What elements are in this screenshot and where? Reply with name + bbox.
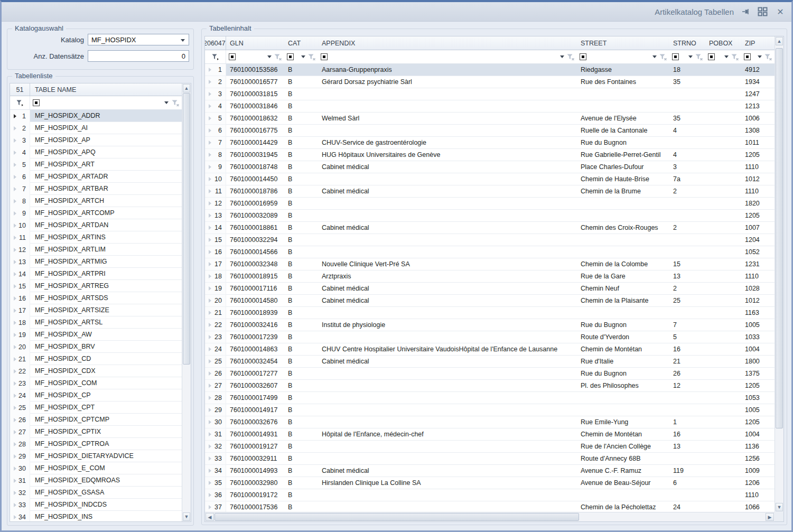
- table-list-vertical-scrollbar[interactable]: ▲ ▼: [182, 83, 191, 521]
- row-expand-icon[interactable]: [209, 165, 211, 169]
- row-expand-icon[interactable]: [14, 175, 16, 179]
- row-expand-icon[interactable]: [14, 151, 16, 155]
- table-row[interactable]: 137601000032089B1205: [205, 210, 775, 222]
- row-expand-icon[interactable]: [209, 116, 211, 120]
- row-expand-icon[interactable]: [209, 141, 211, 145]
- chevron-down-icon[interactable]: [181, 39, 185, 42]
- table-row[interactable]: 377601000017536BChemin de la Pécholettaz…: [205, 501, 775, 512]
- scroll-up-button[interactable]: ▲: [776, 37, 783, 45]
- row-expand-icon[interactable]: [14, 345, 16, 349]
- table-row[interactable]: 187601000018915BArztpraxisRue de la Gare…: [205, 270, 775, 283]
- row-expand-icon[interactable]: [14, 260, 16, 264]
- row-expand-icon[interactable]: [209, 80, 211, 84]
- row-expand-icon[interactable]: [209, 444, 211, 449]
- table-list-row[interactable]: 8MF_HOSPIDX_ARTCH: [10, 195, 182, 207]
- table-list-row[interactable]: 22MF_HOSPIDX_CDX: [10, 365, 182, 377]
- chevron-down-icon[interactable]: [758, 55, 762, 58]
- content-horizontal-scrollbar[interactable]: ◀ ▶: [205, 512, 775, 521]
- row-expand-icon[interactable]: [14, 236, 16, 240]
- row-expand-icon[interactable]: [209, 311, 211, 315]
- row-expand-icon[interactable]: [14, 369, 16, 374]
- table-list-row[interactable]: 27MF_HOSPIDX_CPTIX: [10, 426, 182, 438]
- row-expand-icon[interactable]: [209, 384, 211, 388]
- row-expand-icon[interactable]: [209, 262, 211, 266]
- row-expand-icon[interactable]: [209, 469, 211, 473]
- table-row[interactable]: 367601000019172B1110: [205, 489, 775, 501]
- table-row[interactable]: 217601000018939B1163: [205, 307, 775, 319]
- count-column-header[interactable]: 51: [10, 83, 30, 96]
- chevron-down-icon[interactable]: [164, 101, 169, 104]
- row-expand-icon[interactable]: [209, 408, 211, 412]
- row-expand-icon[interactable]: [14, 296, 16, 301]
- checkbox-filter-icon[interactable]: [33, 99, 40, 106]
- scrollbar-thumb[interactable]: [214, 513, 579, 521]
- table-row[interactable]: 47601000031846B1213: [205, 100, 775, 113]
- row-expand-icon[interactable]: [209, 286, 211, 291]
- street-column-header[interactable]: STREET: [577, 36, 669, 50]
- table-list-row[interactable]: 9MF_HOSPIDX_ARTCOMP: [10, 207, 182, 219]
- row-expand-icon[interactable]: [14, 126, 16, 130]
- strno-filter-cell[interactable]: [669, 50, 705, 63]
- content-vertical-scrollbar[interactable]: ▲ ▼: [775, 36, 783, 512]
- clear-filter-icon[interactable]: [659, 54, 667, 60]
- table-row[interactable]: 337601000032911BRoute d'Annecy 68B1256: [205, 453, 775, 465]
- table-row[interactable]: 357601000032980BHirslanden Clinique La C…: [205, 477, 775, 489]
- table-list-row[interactable]: 18MF_HOSPIDX_ARTSL: [10, 316, 182, 329]
- table-row[interactable]: 37601000031815B1247: [205, 88, 775, 100]
- table-list-row[interactable]: 34MF_HOSPIDX_INS: [10, 511, 182, 522]
- table-name-column-header[interactable]: TABLE NAME: [30, 83, 182, 96]
- table-row[interactable]: 117601000018786BCabinet médicalChemin de…: [205, 185, 775, 198]
- table-list-row[interactable]: 1MF_HOSPIDX_ADDR: [10, 110, 182, 122]
- pobox-column-header[interactable]: POBOX: [705, 36, 741, 50]
- table-list-row[interactable]: 6MF_HOSPIDX_ARTADR: [10, 171, 182, 183]
- row-expand-icon[interactable]: [14, 466, 16, 471]
- row-expand-icon[interactable]: [209, 456, 211, 461]
- table-row[interactable]: 87601000031945BHUG Hôpitaux Universitair…: [205, 149, 775, 161]
- strno-column-header[interactable]: STRNO: [669, 36, 705, 50]
- row-expand-icon[interactable]: [14, 381, 16, 386]
- row-expand-icon[interactable]: [14, 199, 16, 203]
- table-list-row[interactable]: 3MF_HOSPIDX_AP: [10, 134, 182, 146]
- table-row[interactable]: 177601000032348BNouvelle Clinique Vert-P…: [205, 258, 775, 270]
- table-list-row[interactable]: 28MF_HOSPIDX_CPTROA: [10, 438, 182, 450]
- zip-column-header[interactable]: ZIP: [741, 36, 775, 50]
- row-expand-icon[interactable]: [14, 515, 16, 519]
- chevron-down-icon[interactable]: [267, 55, 272, 58]
- row-expand-icon[interactable]: [14, 272, 16, 276]
- row-expand-icon[interactable]: [209, 238, 211, 242]
- scrollbar-thumb[interactable]: [776, 48, 783, 428]
- table-list-row[interactable]: 17MF_HOSPIDX_ARTSIZE: [10, 304, 182, 316]
- row-expand-icon[interactable]: [14, 248, 16, 252]
- row-expand-icon[interactable]: [14, 503, 16, 507]
- row-expand-icon[interactable]: [14, 163, 16, 167]
- table-row[interactable]: 247601000014863BCHUV Centre Hospitalier …: [205, 343, 775, 356]
- row-expand-icon[interactable]: [14, 430, 16, 434]
- row-expand-icon[interactable]: [209, 347, 211, 351]
- table-row[interactable]: 77601000014429BCHUV-Service de gastroent…: [205, 137, 775, 149]
- clear-filter-icon[interactable]: [731, 54, 739, 60]
- table-row[interactable]: 97601000018748BCabinet médicalPlace Char…: [205, 161, 775, 173]
- table-list-row[interactable]: 7MF_HOSPIDX_ARTBAR: [10, 183, 182, 195]
- clear-filter-icon[interactable]: [567, 54, 574, 60]
- table-row[interactable]: 57601000018632BWelmed SàrlAvenue de l'El…: [205, 113, 775, 125]
- table-row[interactable]: 27601000016577BGérard Dorsaz psychiatrie…: [205, 76, 775, 88]
- table-list-row[interactable]: 13MF_HOSPIDX_ARTMIG: [10, 256, 182, 268]
- table-row[interactable]: 67601000016775BRuelle de la Cantonale413…: [205, 125, 775, 137]
- table-list-row[interactable]: 26MF_HOSPIDX_CPTCMP: [10, 414, 182, 426]
- row-expand-icon[interactable]: [209, 298, 211, 303]
- row-expand-icon[interactable]: [209, 359, 211, 363]
- datensaetze-field[interactable]: 0: [88, 50, 189, 62]
- row-expand-icon[interactable]: [209, 128, 211, 133]
- table-row[interactable]: 257601000032454BCabinet médicalRue d'Ita…: [205, 356, 775, 368]
- table-row[interactable]: 17601000153586BAarsana-GruppenpraxisRied…: [205, 64, 775, 76]
- scroll-left-button[interactable]: ◀: [206, 513, 214, 521]
- cat-column-header[interactable]: CAT: [284, 36, 318, 50]
- table-row[interactable]: 227601000032416BInstitut de physiologieR…: [205, 319, 775, 331]
- chevron-down-icon[interactable]: [724, 55, 729, 58]
- row-expand-icon[interactable]: [14, 491, 16, 495]
- row-expand-icon[interactable]: [14, 406, 16, 410]
- table-row[interactable]: 107601000014450BChemin de Haute-Brise7a1…: [205, 173, 775, 185]
- row-expand-icon[interactable]: [209, 335, 211, 339]
- row-expand-icon[interactable]: [14, 357, 16, 361]
- row-expand-icon[interactable]: [209, 493, 211, 497]
